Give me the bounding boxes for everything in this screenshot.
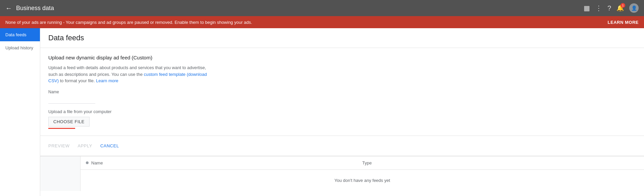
page-header: Data feeds: [40, 28, 644, 48]
content-area: Data feeds Upload new dynamic display ad…: [40, 28, 644, 196]
table-header-name-col: Name: [86, 160, 362, 165]
table-header-type-col: Type: [362, 160, 639, 165]
apply-button[interactable]: APPLY: [77, 141, 92, 150]
preview-button[interactable]: PREVIEW: [48, 141, 69, 150]
description-text-part2: to format your file.: [59, 78, 96, 83]
choose-file-button[interactable]: CHOOSE FILE: [48, 117, 90, 127]
topbar-right: ▦ ⋮ ? 🔔 1 👤: [584, 3, 639, 13]
table-sidebar-area: [40, 156, 80, 191]
page-title: Data feeds: [48, 34, 84, 42]
cancel-button[interactable]: CANCEL: [100, 141, 119, 150]
empty-state-message: You don't have any feeds yet: [80, 170, 644, 191]
learn-more-button[interactable]: LEARN MORE: [608, 20, 639, 25]
upload-file-label: Upload a file from your computer: [48, 109, 636, 114]
more-options-icon[interactable]: ⋮: [595, 4, 602, 12]
topbar: ← Business data ▦ ⋮ ? 🔔 1 👤: [0, 0, 644, 16]
notification-badge: 1: [621, 3, 625, 8]
table-section: Name Type You don't have any feeds yet: [40, 156, 644, 191]
alert-bar: None of your ads are running - Your camp…: [0, 16, 644, 28]
notification-button[interactable]: 🔔 1: [616, 4, 624, 12]
main-layout: Data feeds Upload history Data feeds Upl…: [0, 28, 644, 196]
upload-section: Upload new dynamic display ad feed (Cust…: [40, 48, 644, 136]
upload-description: Upload a feed with details about product…: [48, 64, 216, 84]
upload-section-title: Upload new dynamic display ad feed (Cust…: [48, 55, 636, 60]
table-header: Name Type: [80, 156, 644, 170]
action-bar: PREVIEW APPLY CANCEL: [40, 136, 644, 156]
alert-text: None of your ads are running - Your camp…: [5, 20, 252, 25]
sidebar: Data feeds Upload history: [0, 28, 40, 196]
back-button[interactable]: ←: [5, 4, 12, 12]
topbar-left: ← Business data: [5, 4, 584, 12]
learn-more-link[interactable]: Learn more: [96, 78, 118, 83]
help-icon[interactable]: ?: [607, 4, 611, 12]
avatar-icon[interactable]: 👤: [629, 3, 639, 13]
name-label: Name: [48, 90, 636, 94]
sidebar-item-upload-history[interactable]: Upload history: [0, 41, 40, 54]
table-content: Name Type You don't have any feeds yet: [80, 156, 644, 191]
choose-file-underline: [48, 128, 75, 129]
sidebar-item-data-feeds[interactable]: Data feeds: [0, 28, 40, 41]
col-name-label: Name: [91, 160, 103, 165]
topbar-title: Business data: [16, 5, 54, 12]
status-dot-icon: [86, 161, 89, 164]
chart-icon[interactable]: ▦: [584, 4, 590, 12]
name-input[interactable]: [48, 96, 95, 104]
